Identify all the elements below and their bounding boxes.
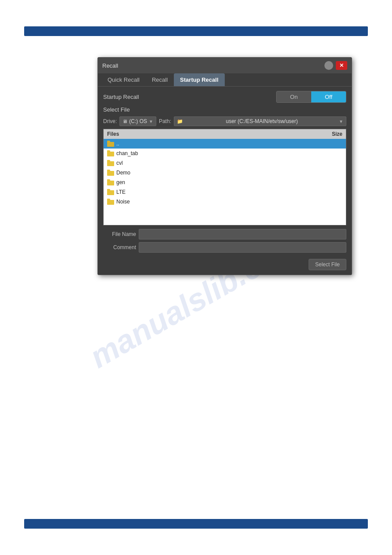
file-item-dotdot[interactable]: ..	[104, 139, 346, 149]
dialog-wrapper: Recall ✕ Quick Recall Recall Startup Rec…	[97, 57, 352, 275]
file-item-noise[interactable]: Noise	[104, 197, 346, 207]
drive-value: (C:) OS	[129, 118, 147, 124]
title-bar-controls: ✕	[324, 61, 347, 70]
top-bar	[24, 26, 368, 36]
tab-quick-recall[interactable]: Quick Recall	[101, 73, 146, 86]
toggle-on-button[interactable]: On	[277, 91, 311, 102]
toggle-group: On Off	[276, 91, 346, 103]
tab-recall[interactable]: Recall	[146, 73, 174, 86]
file-item-demo[interactable]: Demo	[104, 168, 346, 178]
folder-icon-dotdot	[107, 141, 114, 147]
win-drive-icon: 🖥	[122, 119, 127, 124]
path-label: Path:	[159, 118, 171, 124]
comment-row: Comment	[103, 242, 346, 253]
file-name-demo: Demo	[116, 170, 130, 176]
bottom-bar	[24, 519, 368, 529]
drive-label: Drive:	[103, 118, 117, 124]
file-item-chan-tab[interactable]: chan_tab	[104, 149, 346, 158]
file-list-header: Files Size	[104, 129, 346, 139]
minimize-button[interactable]	[324, 61, 333, 70]
close-button[interactable]: ✕	[336, 61, 347, 70]
files-column-header: Files	[107, 131, 119, 137]
file-name-label: File Name	[103, 231, 136, 237]
file-item-gen[interactable]: gen	[104, 178, 346, 187]
folder-icon-gen	[107, 179, 114, 185]
action-row: Select File	[103, 257, 346, 270]
file-item-cvl[interactable]: cvl	[104, 158, 346, 168]
comment-label: Comment	[103, 244, 136, 250]
path-text: user (C:/ES-MAIN/etv/sw/user)	[226, 118, 298, 124]
toggle-off-button[interactable]: Off	[311, 91, 346, 102]
drive-path-row: Drive: 🖥 (C:) OS ▼ Path: 📁 user (C:/ES-M…	[103, 116, 346, 126]
size-column-header: Size	[332, 131, 342, 137]
folder-icon-demo	[107, 170, 114, 176]
file-name-input[interactable]	[139, 229, 346, 239]
file-item-lte[interactable]: LTE	[104, 187, 346, 197]
select-file-button[interactable]: Select File	[309, 259, 346, 270]
startup-recall-row: Startup Recall On Off	[103, 91, 346, 103]
fields-section: File Name Comment	[103, 229, 346, 253]
file-name-cvl: cvl	[116, 160, 123, 166]
folder-icon-chan-tab	[107, 150, 114, 156]
dialog-title: Recall	[102, 62, 118, 69]
dialog-body: Startup Recall On Off Select File Drive:…	[98, 87, 352, 275]
file-name-lte: LTE	[116, 189, 126, 195]
folder-path-icon: 📁	[177, 119, 183, 124]
file-list-container: Files Size .. chan_tab cvl Demo	[103, 129, 346, 225]
title-bar: Recall ✕	[98, 58, 352, 73]
select-file-heading: Select File	[103, 106, 346, 113]
tab-startup-recall[interactable]: Startup Recall	[174, 73, 224, 86]
file-name-row: File Name	[103, 229, 346, 239]
recall-dialog: Recall ✕ Quick Recall Recall Startup Rec…	[97, 57, 352, 275]
file-name-gen: gen	[116, 179, 125, 185]
folder-icon-cvl	[107, 160, 114, 166]
startup-recall-label: Startup Recall	[103, 94, 139, 100]
file-name-chan-tab: chan_tab	[116, 150, 138, 156]
drive-select[interactable]: 🖥 (C:) OS ▼	[119, 116, 156, 126]
path-value-display[interactable]: 📁 user (C:/ES-MAIN/etv/sw/user) ▼	[174, 116, 346, 126]
tab-bar: Quick Recall Recall Startup Recall	[98, 73, 352, 87]
file-name-dotdot: ..	[116, 141, 119, 147]
comment-input[interactable]	[139, 242, 346, 253]
folder-icon-noise	[107, 199, 114, 205]
drive-dropdown-icon: ▼	[149, 119, 153, 124]
file-name-noise: Noise	[116, 199, 130, 205]
folder-icon-lte	[107, 189, 114, 195]
path-dropdown-icon: ▼	[339, 119, 343, 124]
